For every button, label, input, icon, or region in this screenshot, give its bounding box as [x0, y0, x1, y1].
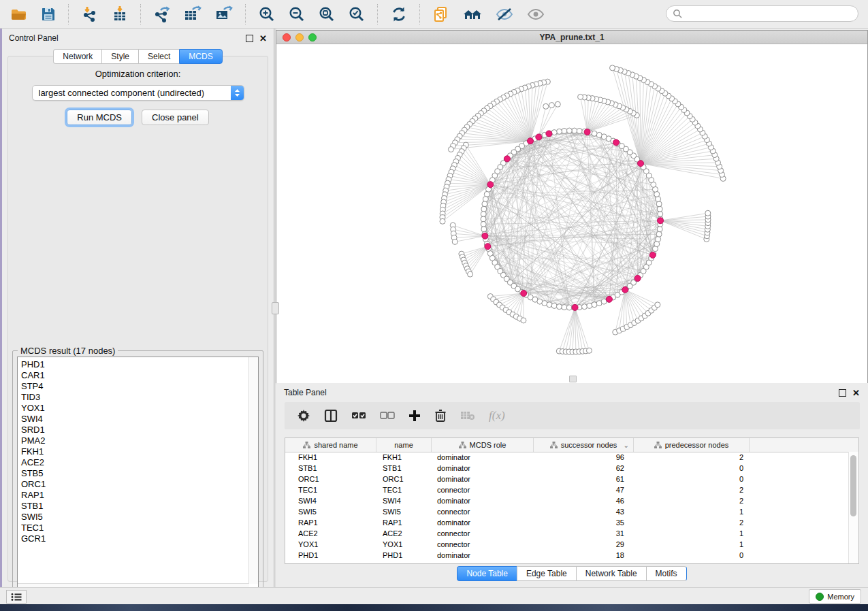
mcds-result-item[interactable]: CAR1	[21, 370, 249, 381]
zoom-fit-button[interactable]	[312, 2, 341, 27]
delete-column-button[interactable]	[428, 405, 453, 427]
mcds-result-item[interactable]: STB1	[21, 501, 249, 512]
table-panel: Table Panel ✕ f(x) shared name name MCDS…	[276, 384, 868, 587]
mcds-result-item[interactable]: ACE2	[21, 457, 249, 468]
table-row[interactable]: ORC1ORC1dominator610	[285, 474, 849, 484]
eye-icon	[526, 6, 545, 22]
show-columns-button[interactable]	[317, 405, 344, 427]
table-row[interactable]: STB1STB1dominator620	[285, 463, 849, 474]
table-row[interactable]: YOX1YOX1connector291	[285, 539, 849, 550]
table-row[interactable]: SWI5SWI5connector431	[285, 506, 849, 517]
mcds-result-item[interactable]: PHD1	[21, 359, 249, 370]
search-input[interactable]	[682, 8, 858, 19]
criterion-dropdown[interactable]: largest connected component (undirected)	[32, 85, 244, 101]
apply-function-button[interactable]: f(x)	[482, 405, 512, 427]
export-image-button[interactable]	[209, 2, 239, 27]
mcds-result-item[interactable]: SWI4	[21, 414, 249, 425]
table-row[interactable]: ACE2ACE2connector311	[285, 528, 849, 539]
add-column-button[interactable]	[402, 405, 428, 427]
deselect-all-button[interactable]	[373, 405, 402, 427]
clone-network-icon	[432, 5, 450, 23]
table-cell: connector	[432, 508, 534, 516]
import-network-button[interactable]	[76, 2, 104, 27]
table-row[interactable]: PHD1PHD1dominator180	[285, 550, 849, 561]
mcds-vertical-scrollbar[interactable]	[248, 357, 258, 584]
zoom-selected-button[interactable]	[342, 2, 371, 27]
float-table-panel-icon[interactable]	[839, 389, 846, 397]
table-cell: PHD1	[376, 551, 432, 559]
table-cell: RAP1	[285, 518, 376, 527]
search-field[interactable]	[666, 5, 858, 22]
tab-node-table[interactable]: Node Table	[457, 566, 517, 581]
delete-table-button[interactable]	[453, 405, 482, 427]
column-header-name[interactable]: name	[376, 438, 432, 452]
table-options-button[interactable]	[290, 405, 317, 427]
zoom-out-icon	[288, 5, 306, 23]
column-header-successor-nodes[interactable]: successor nodes⌄	[534, 438, 634, 452]
show-all-button[interactable]	[521, 2, 551, 27]
table-scrollbar-thumb[interactable]	[850, 455, 856, 516]
close-table-panel-icon[interactable]: ✕	[852, 390, 860, 396]
mcds-result-item[interactable]: ORC1	[21, 479, 249, 490]
mcds-result-item[interactable]: TID3	[21, 392, 249, 403]
column-header-mcds-role[interactable]: MCDS role	[432, 438, 534, 452]
tab-edge-table[interactable]: Edge Table	[517, 566, 576, 581]
mcds-result-item[interactable]: FKH1	[21, 446, 249, 457]
mcds-result-item[interactable]: STB5	[21, 468, 249, 479]
mcds-result-item[interactable]: SWI5	[21, 512, 249, 523]
table-cell: STB1	[285, 464, 376, 472]
clone-network-button[interactable]	[427, 2, 455, 27]
import-table-button[interactable]	[106, 2, 134, 27]
mcds-result-item[interactable]: YOX1	[21, 403, 249, 414]
mcds-result-item[interactable]: STP4	[21, 381, 249, 392]
zoom-out-button[interactable]	[283, 2, 311, 27]
table-cell: connector	[432, 540, 534, 548]
tab-network[interactable]: Network	[53, 49, 101, 64]
table-row[interactable]: FKH1FKH1dominator962	[285, 452, 849, 463]
float-panel-icon[interactable]	[246, 35, 253, 42]
mcds-result-item[interactable]: SRD1	[21, 425, 249, 435]
toolbar-separator	[140, 4, 142, 24]
save-session-button[interactable]	[35, 2, 62, 27]
mcds-result-list[interactable]: PHD1CAR1STP4TID3YOX1SWI4SRD1PMA2FKH1ACE2…	[17, 357, 259, 593]
tab-mcds[interactable]: MCDS	[179, 49, 222, 64]
run-mcds-button[interactable]: Run MCDS	[67, 110, 132, 125]
first-neighbors-button[interactable]	[457, 2, 488, 27]
table-cell: 0	[634, 464, 750, 472]
table-cell: RAP1	[376, 518, 432, 527]
tab-style[interactable]: Style	[101, 49, 138, 64]
table-cell: 2	[634, 518, 750, 527]
panel-splitter-handle[interactable]	[272, 302, 279, 314]
tab-select[interactable]: Select	[138, 49, 179, 64]
hide-selected-button[interactable]	[489, 2, 519, 27]
network-canvas[interactable]	[276, 44, 867, 383]
table-cell: 1	[634, 508, 750, 516]
refresh-view-button[interactable]	[385, 2, 413, 27]
table-cell: 96	[534, 453, 634, 461]
tab-motifs[interactable]: Motifs	[646, 566, 687, 581]
export-table-button[interactable]	[178, 2, 208, 27]
zoom-in-button[interactable]	[253, 2, 281, 27]
mcds-result-item[interactable]: GCR1	[21, 533, 249, 544]
tab-network-table[interactable]: Network Table	[576, 566, 646, 581]
close-panel-icon[interactable]: ✕	[259, 35, 267, 42]
table-row[interactable]: RAP1RAP1dominator352	[285, 517, 849, 528]
export-network-button[interactable]	[148, 2, 176, 27]
mcds-result-item[interactable]: RAP1	[21, 490, 249, 501]
network-titlebar[interactable]: YPA_prune.txt_1	[276, 31, 867, 44]
column-header-predecessor-nodes[interactable]: predecessor nodes	[634, 438, 750, 452]
table-scrollbar[interactable]	[848, 452, 858, 563]
canvas-splitter-handle[interactable]	[569, 376, 577, 382]
refresh-icon	[390, 5, 408, 23]
memory-button[interactable]: Memory	[809, 589, 861, 604]
table-row[interactable]: TEC1TEC1connector472	[285, 484, 849, 495]
mcds-result-item[interactable]: PMA2	[21, 435, 249, 446]
mcds-result-item[interactable]: TEC1	[21, 523, 249, 533]
close-panel-button[interactable]: Close panel	[142, 110, 209, 125]
column-header-shared-name[interactable]: shared name	[285, 438, 376, 452]
table-row[interactable]: SWI4SWI4dominator462	[285, 495, 849, 506]
select-all-button[interactable]	[344, 405, 373, 427]
open-session-button[interactable]	[5, 2, 33, 27]
show-panels-button[interactable]	[6, 590, 27, 604]
attribute-icon	[654, 442, 662, 448]
